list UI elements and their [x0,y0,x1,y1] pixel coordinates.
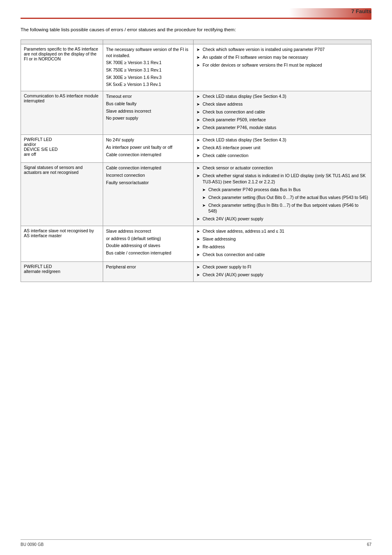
col-header-cause [103,40,194,44]
remedy-text: Check whether signal status is indicated… [203,173,368,185]
cause-item: No 24V supply [106,137,190,143]
remedy-item: ➤Check parameter P740 process data Bus I… [196,187,368,193]
remedy-text: For older devices or software versions t… [203,62,322,68]
table-row: Communication to AS interface module int… [21,91,371,135]
remedy-item: ➤Check cable connection [196,153,368,159]
remedy-item: ➤Check parameter P509, interface [196,117,368,123]
remedy-item: ➤Check bus connection and cable [196,252,368,258]
cause-cell: Cable connection interruptedIncorrect co… [103,163,194,226]
cause-item: Cable connection interrupted [106,165,190,171]
arrow-icon: ➤ [196,252,201,258]
cause-cell: No 24V supplyAs interface power unit fau… [103,135,194,163]
remedy-text: Check power supply to FI [203,264,251,270]
arrow-icon: ➤ [196,272,201,278]
remedy-item: ➤Check LED status display (See Section 4… [196,137,368,143]
remedy-text: Re-address [203,244,225,250]
table-header-row [21,40,371,44]
table-row: Signal statuses of sensors and actuators… [21,163,371,226]
arrow-icon: ➤ [196,145,201,151]
remedy-text: Check which software version is installe… [203,46,325,53]
cause-item: SK 5xxE ≥ Version 1.3 Rev.1 [106,81,190,88]
arrow-icon: ➤ [196,216,201,222]
remedy-text: Check slave address, address ≥1 and ≤ 31 [203,228,284,234]
cause-item: Faulty sensor/actuator [106,180,190,186]
cause-item: Bus cable / connection interrupted [106,250,190,256]
remedy-item: ➤Slave addressing [196,236,368,242]
header-bar: 7 Faults [21,8,371,19]
arrow-icon: ➤ [196,236,201,242]
cause-item: SK 750E ≥ Version 3.1 Rev.1 [106,67,190,73]
remedy-item: ➤Check whether signal status is indicate… [196,173,368,185]
remedy-item: ➤Check power supply to FI [196,264,368,270]
remedy-cell: ➤Check LED status display (See Section 4… [194,135,371,163]
arrow-icon: ➤ [196,62,201,68]
remedy-text: Check bus connection and cable [203,252,265,258]
arrow-icon: ➤ [202,187,206,193]
remedy-text: Check slave address [203,101,242,107]
remedy-item: ➤Check sensor or actuator connection [196,165,368,171]
remedy-item: ➤Check AS interface power unit [196,145,368,151]
cause-cell: The necessary software version of the FI… [103,44,194,91]
remedy-item: ➤An update of the FI software version ma… [196,54,368,60]
arrow-icon: ➤ [196,153,201,159]
remedy-text: Check 24V (AUX) power supply [203,272,263,278]
remedy-text: Check AS interface power unit [203,145,261,151]
remedy-text: Slave addressing [203,236,236,242]
cause-item: Slave address incorrect [106,108,190,114]
arrow-icon: ➤ [196,244,201,250]
remedy-text: An update of the FI software version may… [203,54,308,60]
cause-item: Slave address incorrect [106,228,190,234]
table-row: PWR/FLT LEDalternate red/greenPeripheral… [21,261,371,282]
arrow-icon: ➤ [196,94,201,99]
cause-item: SK 700E ≥ Version 3.1 Rev.1 [106,60,190,66]
error-cell: Communication to AS interface module int… [21,91,103,135]
remedy-item: ➤Check slave address, address ≥1 and ≤ 3… [196,228,368,234]
remedy-item: ➤Check parameter setting (Bus In Bits 0…… [196,202,368,214]
remedy-cell: ➤Check slave address, address ≥1 and ≤ 3… [194,226,371,261]
section-title: 7 Faults [351,8,371,14]
cause-item: SK 300E ≥ Version 1.6 Rev.3 [106,74,190,81]
col-header-error [21,40,103,44]
error-cell: Parameters specific to the AS interface … [21,44,103,91]
remedy-text: Check parameter P746, module status [203,125,276,131]
arrow-icon: ➤ [196,229,201,234]
remedy-item: ➤Check which software version is install… [196,46,368,53]
remedy-text: Check cable connection [203,153,249,159]
arrow-icon: ➤ [196,55,201,60]
cause-cell: Peripheral error [103,261,194,282]
arrow-icon: ➤ [196,264,201,270]
cause-item: Cable connection interrupted [106,152,190,158]
arrow-icon: ➤ [196,117,201,123]
cause-item: Incorrect connection [106,172,190,178]
remedy-cell: ➤Check LED status display (See Section 4… [194,91,371,135]
remedy-cell: ➤Check which software version is install… [194,44,371,91]
remedy-text: Check LED status display (See Section 4.… [203,137,286,143]
remedy-item: ➤For older devices or software versions … [196,62,368,68]
remedy-text: Check parameter setting (Bus In Bits 0…7… [208,202,368,214]
error-cell: PWR/FLT LEDalternate red/green [21,261,103,282]
remedy-text: Check 24V (AUX) power supply [203,216,263,222]
cause-item: As interface power unit faulty or off [106,144,190,150]
table-row: PWR/FLT LEDand/orDEVICE S/E LEDare offNo… [21,135,371,163]
page-container: 7 Faults The following table lists possi… [0,0,392,555]
remedy-cell: ➤Check sensor or actuator connection➤Che… [194,163,371,226]
table-row: AS interface slave not recognised by AS … [21,226,371,261]
cause-item: No power supply [106,115,190,121]
arrow-icon: ➤ [196,125,201,131]
cause-item: The necessary software version of the FI… [106,46,190,58]
remedy-item: ➤Check 24V (AUX) power supply [196,272,368,278]
cause-item: Bus cable faulty [106,101,190,107]
remedy-text: Check parameter P740 process data Bus In… [208,187,301,193]
fault-table: Parameters specific to the AS interface … [21,39,371,282]
cause-item: or address 0 (default setting) [106,236,190,242]
arrow-icon: ➤ [202,195,206,201]
error-cell: AS interface slave not recognised by AS … [21,226,103,261]
error-cell: PWR/FLT LEDand/orDEVICE S/E LEDare off [21,135,103,163]
remedy-text: Check LED status display (See Section 4.… [203,93,286,99]
remedy-item: ➤Check parameter setting (Bus Out Bits 0… [196,194,368,201]
cause-item: Peripheral error [106,264,190,270]
cause-item: Timeout error [106,93,190,99]
table-row: Parameters specific to the AS interface … [21,44,371,91]
remedy-item: ➤Check 24V (AUX) power supply [196,216,368,222]
remedy-item: ➤Check slave address [196,101,368,107]
